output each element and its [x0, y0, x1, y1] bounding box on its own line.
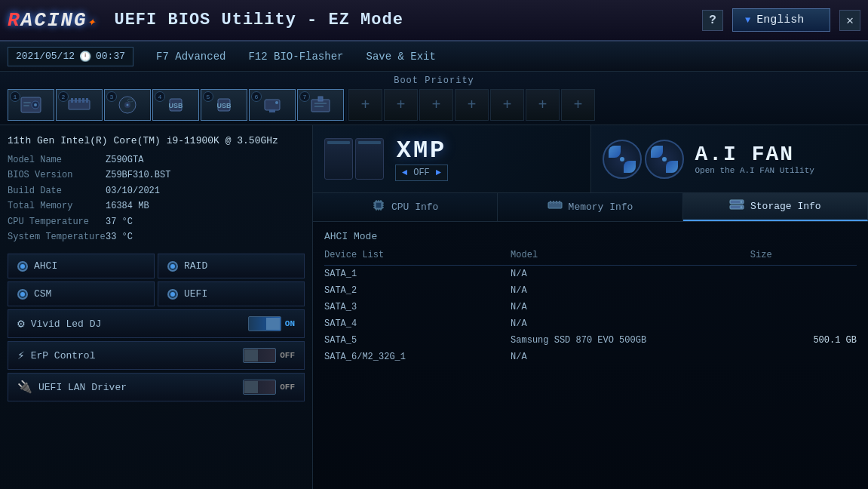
right-panel: XMP ◄ OFF ► — [313, 125, 868, 489]
boot-device-1[interactable]: 1 — [8, 89, 54, 121]
boot-device-5[interactable]: 5 USB — [201, 89, 247, 121]
sys-temp-row: System Temperature 33 °C — [8, 229, 305, 244]
erp-knob — [244, 349, 258, 361]
svg-rect-10 — [86, 98, 88, 103]
logo: RACING✦ — [8, 9, 97, 32]
ram-stick-1 — [324, 138, 353, 180]
storage-table-header: Device List Model Size — [324, 250, 857, 266]
controls-grid: AHCI RAID CSM UEFI — [8, 254, 305, 401]
tab-storage[interactable]: Storage Info — [683, 193, 868, 221]
svg-rect-44 — [553, 201, 554, 204]
f12-bio-flasher-button[interactable]: F12 BIO-Flasher — [248, 51, 343, 63]
ai-fan-subtitle: Open the A.I FAN Utility — [695, 166, 814, 175]
help-button[interactable]: ? — [702, 10, 723, 31]
boot-add-7[interactable]: + — [561, 89, 595, 121]
csm-control[interactable]: CSM — [8, 281, 155, 306]
xmp-right-arrow[interactable]: ► — [436, 168, 441, 178]
build-row: Build Date 03/10/2021 — [8, 183, 305, 198]
sys-temp-label: System Temperature — [8, 229, 106, 244]
raid-radio-inner — [170, 264, 175, 269]
xmp-controls[interactable]: ◄ OFF ► — [395, 165, 448, 181]
boot-separator — [345, 89, 347, 121]
uefi-lan-track[interactable] — [243, 380, 276, 395]
usb-icon-2: USB — [212, 94, 236, 115]
ahci-label: AHCI — [34, 260, 57, 272]
boot-device-2[interactable]: 2 — [56, 89, 103, 121]
boot-add-4[interactable]: + — [455, 89, 489, 121]
vivid-led-toggle[interactable]: ON — [248, 316, 295, 331]
svg-rect-8 — [78, 98, 81, 103]
xmp-ram-image — [324, 138, 384, 180]
boot-device-4[interactable]: 4 USB — [152, 89, 199, 121]
ai-fan-panel[interactable]: A.I FAN Open the A.I FAN Utility — [591, 125, 869, 192]
svg-point-26 — [620, 157, 624, 161]
vivid-led-track[interactable] — [248, 316, 281, 331]
boot-add-3[interactable]: + — [419, 89, 453, 121]
xmp-title: XMP — [397, 137, 447, 165]
xmp-panel[interactable]: XMP ◄ OFF ► — [313, 125, 591, 192]
col-model-header: Model — [511, 250, 750, 266]
boot-num-7: 7 — [299, 91, 310, 102]
xmp-left-arrow[interactable]: ◄ — [402, 168, 407, 178]
sata4-model: N/A — [511, 315, 750, 332]
raid-control[interactable]: RAID — [158, 254, 305, 278]
cpu-temp-row: CPU Temperature 37 °C — [8, 214, 305, 229]
raid-radio[interactable] — [167, 261, 178, 272]
ahci-radio[interactable] — [17, 261, 28, 272]
tab-cpu[interactable]: CPU Info — [313, 193, 498, 221]
boot-device-3[interactable]: 3 — [104, 89, 151, 121]
svg-rect-25 — [318, 97, 323, 101]
ahci-control[interactable]: AHCI — [8, 254, 155, 278]
uefi-lan-label: UEFI LAN Driver — [38, 382, 127, 393]
save-exit-button[interactable]: Save & Exit — [366, 51, 435, 63]
vivid-led-control[interactable]: ⚙ Vivid Led DJ ON — [8, 309, 305, 338]
build-value: 03/10/2021 — [106, 183, 160, 198]
boot-add-1[interactable]: + — [348, 89, 382, 121]
system-info: 11th Gen Intel(R) Core(TM) i9-11900K @ 3… — [8, 133, 305, 244]
boot-device-6[interactable]: 6 — [249, 89, 296, 121]
sata6-device: SATA_6/M2_32G_1 — [324, 349, 511, 365]
storage-mode: AHCI Mode — [324, 231, 857, 242]
model-label: Model Name — [8, 152, 106, 168]
csm-label: CSM — [34, 288, 51, 300]
close-button[interactable]: ✕ — [839, 10, 860, 31]
erp-track[interactable] — [243, 348, 276, 363]
erp-control[interactable]: ⚡ ErP Control OFF — [8, 341, 305, 370]
svg-rect-29 — [376, 203, 381, 208]
boot-add-5[interactable]: + — [490, 89, 524, 121]
cpu-icon — [372, 198, 385, 212]
sata5-size: 500.1 GB — [750, 332, 857, 349]
tab-memory[interactable]: Memory Info — [498, 193, 682, 221]
mem-label: Total Memory — [8, 198, 106, 214]
svg-rect-20 — [269, 109, 275, 112]
storage-icon — [729, 198, 744, 211]
sata1-size — [750, 266, 857, 283]
uefi-control[interactable]: UEFI — [158, 281, 305, 306]
uefi-label: UEFI — [184, 288, 207, 300]
uefi-radio-inner — [170, 292, 175, 297]
build-label: Build Date — [8, 183, 106, 198]
uefi-lan-state: OFF — [280, 383, 295, 392]
left-panel: 11th Gen Intel(R) Core(TM) i9-11900K @ 3… — [0, 125, 313, 489]
fan-image — [603, 140, 684, 179]
mem-row: Total Memory 16384 MB — [8, 198, 305, 214]
f7-advanced-button[interactable]: F7 Advanced — [156, 51, 225, 63]
boot-num-2: 2 — [58, 91, 69, 102]
language-selector[interactable]: ▼ English — [732, 8, 830, 32]
boot-add-6[interactable]: + — [526, 89, 560, 121]
boot-device-7[interactable]: 7 — [297, 89, 344, 121]
sys-temp-value: 33 °C — [106, 229, 133, 244]
csm-radio[interactable] — [17, 289, 28, 300]
uefi-radio[interactable] — [167, 289, 178, 300]
mem-value: 16384 MB — [106, 198, 149, 214]
svg-rect-19 — [265, 100, 280, 110]
bios-value: Z59BF310.BST — [106, 168, 170, 183]
uefi-lan-control[interactable]: 🔌 UEFI LAN Driver OFF — [8, 373, 305, 401]
fan-circle-2 — [645, 140, 684, 179]
csm-radio-inner — [20, 292, 25, 297]
boot-add-2[interactable]: + — [384, 89, 418, 121]
uefi-lan-toggle[interactable]: OFF — [243, 380, 295, 395]
storage-content: AHCI Mode Device List Model Size SATA_1 … — [313, 222, 868, 489]
erp-toggle[interactable]: OFF — [243, 348, 295, 363]
datetime-display: 2021/05/12 🕛 00:37 — [8, 47, 133, 66]
